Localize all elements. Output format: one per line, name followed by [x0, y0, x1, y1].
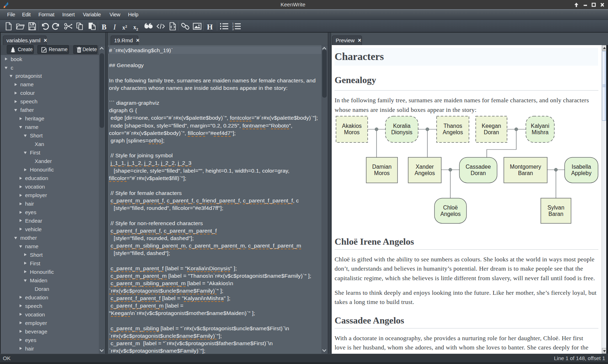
svg-text:Chloë: Chloë — [443, 205, 458, 211]
svg-text:Koralia: Koralia — [393, 123, 410, 129]
svg-text:Kalyani: Kalyani — [531, 123, 549, 129]
svg-text:Moros: Moros — [374, 170, 390, 176]
svg-text:Appleby: Appleby — [571, 170, 591, 176]
svg-text:Moros: Moros — [344, 129, 360, 135]
svg-text:Mishra: Mishra — [532, 129, 549, 135]
svg-text:Cassadee: Cassadee — [465, 164, 491, 170]
svg-text:Xander: Xander — [416, 164, 434, 170]
svg-text:Damian: Damian — [372, 164, 391, 170]
svg-text:Montgomery: Montgomery — [510, 164, 541, 170]
svg-text:Akakios: Akakios — [342, 123, 362, 129]
svg-text:Angelos: Angelos — [415, 170, 435, 176]
svg-text:Baran: Baran — [518, 170, 533, 176]
svg-text:Dionysis: Dionysis — [391, 129, 412, 135]
svg-text:Doran: Doran — [470, 170, 486, 176]
svg-text:3: 3 — [232, 28, 234, 31]
svg-text:Thanos: Thanos — [443, 123, 462, 129]
svg-text:Baran: Baran — [548, 211, 563, 217]
svg-text:Sylvan: Sylvan — [548, 205, 564, 211]
svg-text:Angelos: Angelos — [440, 211, 460, 217]
svg-text:Keegan: Keegan — [482, 123, 501, 129]
svg-text:Angelos: Angelos — [443, 129, 463, 135]
svg-text:Isabella: Isabella — [572, 164, 591, 170]
svg-text:Doran: Doran — [484, 129, 499, 135]
